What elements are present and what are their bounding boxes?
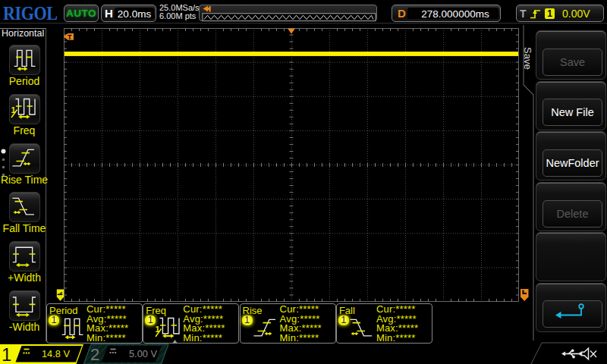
- svg-text:T: T: [68, 33, 72, 41]
- svg-text:2: 2: [90, 345, 99, 364]
- svg-text:14.8 V: 14.8 V: [42, 348, 70, 359]
- svg-text:5.00 V: 5.00 V: [129, 348, 157, 359]
- svg-text:1: 1: [2, 344, 11, 364]
